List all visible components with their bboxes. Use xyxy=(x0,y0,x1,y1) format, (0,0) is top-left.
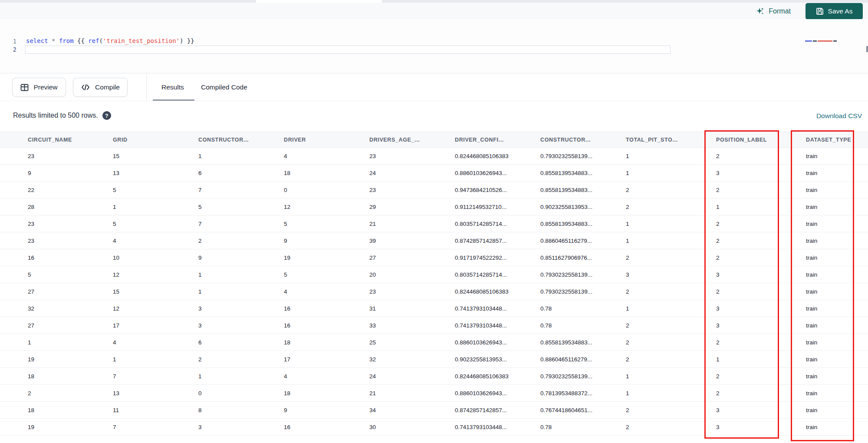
table-cell: 2 xyxy=(620,204,710,210)
editor-minimap[interactable] xyxy=(805,40,842,42)
table-cell: 18 xyxy=(22,407,107,413)
format-button[interactable]: Format xyxy=(756,6,791,17)
table-cell: 5 xyxy=(278,271,363,278)
download-csv-link[interactable]: Download CSV xyxy=(816,112,862,120)
table-cell: 0.78 xyxy=(534,305,620,312)
table-cell: 2 xyxy=(620,288,710,295)
table-cell: 0.7813953488372... xyxy=(534,390,620,397)
table-cell: 32 xyxy=(363,356,449,363)
table-cell: 32 xyxy=(22,305,107,312)
table-cell: 1 xyxy=(620,153,710,159)
help-icon[interactable]: ? xyxy=(102,111,111,120)
table-cell: 0.78 xyxy=(534,322,620,329)
sql-token: ( xyxy=(99,37,103,44)
preview-button[interactable]: Preview xyxy=(12,78,66,97)
table-cell: 1 xyxy=(192,373,278,380)
preview-label: Preview xyxy=(33,83,57,91)
sql-code-line-1[interactable]: select * from {{ ref('train_test_positio… xyxy=(26,37,194,44)
table-cell: 1 xyxy=(620,238,710,244)
table-cell: 0.8742857142857... xyxy=(449,407,534,413)
table-cell: 0 xyxy=(278,187,363,193)
highlight-box-dataset-type xyxy=(791,130,854,441)
table-cell: 0.824468085106383 xyxy=(449,373,534,380)
table-cell: 1 xyxy=(192,271,278,278)
table-cell: 21 xyxy=(363,221,449,227)
table-cell: 19 xyxy=(22,424,107,430)
table-cell: 17 xyxy=(107,322,192,329)
sql-editor[interactable]: 1 2 select * from {{ ref('train_test_pos… xyxy=(0,19,868,73)
format-label: Format xyxy=(769,7,791,15)
sql-token: ref xyxy=(88,37,99,44)
table-cell: 0 xyxy=(192,390,278,397)
table-cell: 6 xyxy=(192,170,278,176)
table-cell: 23 xyxy=(363,153,449,159)
table-cell: 39 xyxy=(363,238,449,244)
table-cell: 16 xyxy=(278,322,363,329)
table-cell: 0.8558139534883... xyxy=(534,339,620,346)
editor-scrollbar[interactable] xyxy=(866,46,868,52)
table-cell: 1 xyxy=(620,390,710,397)
table-cell: 30 xyxy=(363,424,449,430)
sql-token: * xyxy=(48,37,59,44)
table-cell: 0.9023255813953... xyxy=(534,204,620,210)
table-cell: 23 xyxy=(363,187,449,193)
editor-active-line[interactable] xyxy=(25,46,671,54)
code-icon xyxy=(81,83,90,91)
sql-token: {{ xyxy=(74,37,89,44)
tab-compiled-code[interactable]: Compiled Code xyxy=(201,73,247,101)
table-cell: 15 xyxy=(107,288,192,295)
table-cell: 19 xyxy=(278,255,363,261)
save-as-button[interactable]: Save As xyxy=(806,3,863,20)
table-cell: 29 xyxy=(363,204,449,210)
table-cell: 16 xyxy=(22,255,107,261)
table-cell: 10 xyxy=(107,255,192,261)
table-cell: 21 xyxy=(363,390,449,397)
table-cell: 8 xyxy=(192,407,278,413)
table-cell: 0.78 xyxy=(534,424,620,430)
column-header: GRID xyxy=(107,137,192,143)
compile-label: Compile xyxy=(95,83,120,91)
table-cell: 16 xyxy=(278,305,363,312)
table-cell: 4 xyxy=(278,373,363,380)
line-number-1: 1 xyxy=(5,38,16,45)
table-cell: 0.8035714285714... xyxy=(449,221,534,227)
table-cell: 7 xyxy=(107,373,192,380)
sql-token: 'train_test_position' xyxy=(103,37,180,44)
table-cell: 0.7413793103448... xyxy=(449,424,534,430)
line-number-2: 2 xyxy=(5,46,16,53)
sparkles-icon xyxy=(756,7,765,16)
table-cell: 3 xyxy=(192,305,278,312)
table-cell: 0.8860103626943... xyxy=(449,339,534,346)
table-cell: 0.7930232558139... xyxy=(534,288,620,295)
table-cell: 2 xyxy=(620,322,710,329)
table-cell: 5 xyxy=(107,221,192,227)
active-tab-underline xyxy=(153,99,194,101)
table-cell: 3 xyxy=(192,424,278,430)
table-cell: 1 xyxy=(620,305,710,312)
table-cell: 0.8742857142857... xyxy=(449,238,534,244)
table-cell: 0.824468085106383 xyxy=(449,153,534,159)
table-cell: 0.8860465116279... xyxy=(534,356,620,363)
save-icon xyxy=(816,7,824,15)
table-cell: 3 xyxy=(620,271,710,278)
divider xyxy=(146,73,147,101)
table-cell: 1 xyxy=(192,153,278,159)
column-header: CONSTRUCTOR... xyxy=(192,137,278,143)
table-cell: 5 xyxy=(107,187,192,193)
table-cell: 2 xyxy=(620,339,710,346)
compile-button[interactable]: Compile xyxy=(73,78,128,97)
table-cell: 1 xyxy=(107,204,192,210)
table-cell: 12 xyxy=(107,305,192,312)
table-cell: 0.8558139534883... xyxy=(534,187,620,193)
table-cell: 2 xyxy=(620,407,710,413)
table-cell: 1 xyxy=(22,339,107,346)
highlight-box-position-label xyxy=(704,130,779,439)
minimap-segment xyxy=(833,40,837,42)
table-cell: 2 xyxy=(620,424,710,430)
tab-results[interactable]: Results xyxy=(161,73,184,101)
column-header: DRIVER_CONFI... xyxy=(449,137,534,143)
table-cell: 19 xyxy=(22,356,107,363)
table-cell: 0.824468085106383 xyxy=(449,288,534,295)
table-cell: 23 xyxy=(22,153,107,159)
column-header: CIRCUIT_NAME xyxy=(22,137,107,143)
